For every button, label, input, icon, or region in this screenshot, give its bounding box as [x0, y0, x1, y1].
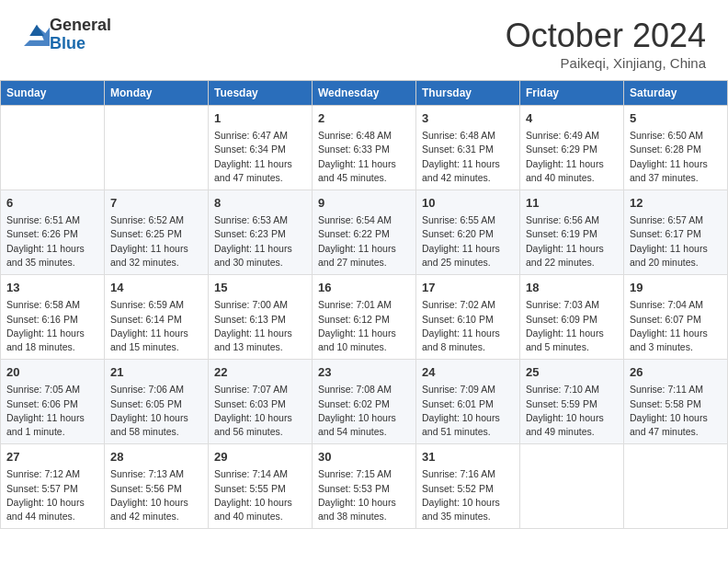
logo: General Blue: [22, 17, 111, 53]
calendar-cell: 12Sunrise: 6:57 AMSunset: 6:17 PMDayligh…: [624, 190, 728, 275]
calendar-cell: 14Sunrise: 6:59 AMSunset: 6:14 PMDayligh…: [105, 275, 209, 360]
calendar-cell: 30Sunrise: 7:15 AMSunset: 5:53 PMDayligh…: [313, 444, 416, 529]
day-info: Sunrise: 7:13 AMSunset: 5:56 PMDaylight:…: [110, 467, 202, 523]
day-number: 21: [110, 364, 202, 381]
calendar-week-5: 27Sunrise: 7:12 AMSunset: 5:57 PMDayligh…: [1, 444, 728, 529]
calendar-cell: 20Sunrise: 7:05 AMSunset: 6:06 PMDayligh…: [1, 360, 105, 444]
day-number: 13: [6, 280, 98, 296]
day-info: Sunrise: 7:12 AMSunset: 5:57 PMDaylight:…: [6, 467, 98, 523]
day-info: Sunrise: 7:16 AMSunset: 5:52 PMDaylight:…: [422, 467, 514, 523]
calendar-cell: 26Sunrise: 7:11 AMSunset: 5:58 PMDayligh…: [624, 360, 728, 444]
calendar-cell: 11Sunrise: 6:56 AMSunset: 6:19 PMDayligh…: [520, 190, 624, 275]
day-number: 22: [214, 364, 306, 381]
day-info: Sunrise: 7:03 AMSunset: 6:09 PMDaylight:…: [526, 298, 618, 354]
day-number: 8: [214, 195, 306, 212]
day-number: 2: [318, 110, 410, 127]
calendar-cell: [105, 106, 209, 190]
day-info: Sunrise: 7:00 AMSunset: 6:13 PMDaylight:…: [214, 298, 306, 354]
day-number: 31: [422, 449, 514, 465]
calendar-cell: 21Sunrise: 7:06 AMSunset: 6:05 PMDayligh…: [105, 360, 209, 444]
day-number: 10: [422, 195, 514, 212]
day-info: Sunrise: 7:02 AMSunset: 6:10 PMDaylight:…: [422, 298, 514, 354]
day-info: Sunrise: 7:14 AMSunset: 5:55 PMDaylight:…: [214, 467, 306, 523]
calendar-week-4: 20Sunrise: 7:05 AMSunset: 6:06 PMDayligh…: [1, 360, 728, 444]
calendar-cell: 10Sunrise: 6:55 AMSunset: 6:20 PMDayligh…: [416, 190, 520, 275]
day-info: Sunrise: 6:47 AMSunset: 6:34 PMDaylight:…: [214, 129, 306, 185]
calendar-week-3: 13Sunrise: 6:58 AMSunset: 6:16 PMDayligh…: [1, 275, 728, 360]
calendar-cell: 5Sunrise: 6:50 AMSunset: 6:28 PMDaylight…: [624, 106, 728, 190]
location: Paikeqi, Xinjiang, China: [506, 55, 706, 71]
calendar-cell: [1, 106, 105, 190]
logo-text: General Blue: [50, 17, 111, 53]
day-number: 6: [6, 195, 98, 212]
day-info: Sunrise: 6:53 AMSunset: 6:23 PMDaylight:…: [214, 213, 306, 270]
calendar-week-1: 1Sunrise: 6:47 AMSunset: 6:34 PMDaylight…: [1, 106, 728, 190]
calendar-week-2: 6Sunrise: 6:51 AMSunset: 6:26 PMDaylight…: [1, 190, 728, 275]
calendar-cell: 25Sunrise: 7:10 AMSunset: 5:59 PMDayligh…: [520, 360, 624, 444]
month-title: October 2024: [506, 17, 706, 55]
col-header-thursday: Thursday: [416, 81, 520, 106]
day-info: Sunrise: 6:48 AMSunset: 6:33 PMDaylight:…: [318, 129, 410, 185]
day-info: Sunrise: 6:49 AMSunset: 6:29 PMDaylight:…: [526, 129, 618, 185]
col-header-friday: Friday: [520, 81, 624, 106]
day-info: Sunrise: 6:55 AMSunset: 6:20 PMDaylight:…: [422, 213, 514, 270]
day-info: Sunrise: 7:05 AMSunset: 6:06 PMDaylight:…: [6, 383, 98, 439]
calendar-cell: 7Sunrise: 6:52 AMSunset: 6:25 PMDaylight…: [105, 190, 209, 275]
day-number: 29: [214, 449, 306, 465]
day-number: 19: [630, 280, 722, 296]
calendar-cell: 9Sunrise: 6:54 AMSunset: 6:22 PMDaylight…: [313, 190, 416, 275]
calendar-cell: [520, 444, 624, 529]
day-info: Sunrise: 6:50 AMSunset: 6:28 PMDaylight:…: [630, 129, 722, 185]
day-number: 15: [214, 280, 306, 296]
day-number: 9: [318, 195, 410, 212]
calendar-cell: 15Sunrise: 7:00 AMSunset: 6:13 PMDayligh…: [209, 275, 313, 360]
calendar-cell: 13Sunrise: 6:58 AMSunset: 6:16 PMDayligh…: [1, 275, 105, 360]
day-info: Sunrise: 7:01 AMSunset: 6:12 PMDaylight:…: [318, 298, 410, 354]
day-info: Sunrise: 6:54 AMSunset: 6:22 PMDaylight:…: [318, 213, 410, 270]
day-info: Sunrise: 6:59 AMSunset: 6:14 PMDaylight:…: [110, 298, 202, 354]
calendar-table: SundayMondayTuesdayWednesdayThursdayFrid…: [0, 80, 728, 529]
day-info: Sunrise: 7:15 AMSunset: 5:53 PMDaylight:…: [318, 467, 410, 523]
day-info: Sunrise: 6:51 AMSunset: 6:26 PMDaylight:…: [6, 213, 98, 270]
day-number: 20: [6, 364, 98, 381]
calendar-cell: 28Sunrise: 7:13 AMSunset: 5:56 PMDayligh…: [105, 444, 209, 529]
day-number: 5: [630, 110, 722, 127]
day-number: 18: [526, 280, 618, 296]
day-number: 30: [318, 449, 410, 465]
day-number: 12: [630, 195, 722, 212]
day-number: 14: [110, 280, 202, 296]
calendar-cell: 16Sunrise: 7:01 AMSunset: 6:12 PMDayligh…: [313, 275, 416, 360]
day-info: Sunrise: 6:58 AMSunset: 6:16 PMDaylight:…: [6, 298, 98, 354]
day-number: 17: [422, 280, 514, 296]
day-info: Sunrise: 6:56 AMSunset: 6:19 PMDaylight:…: [526, 213, 618, 270]
calendar-cell: 29Sunrise: 7:14 AMSunset: 5:55 PMDayligh…: [209, 444, 313, 529]
day-number: 11: [526, 195, 618, 212]
calendar-cell: 1Sunrise: 6:47 AMSunset: 6:34 PMDaylight…: [209, 106, 313, 190]
day-number: 3: [422, 110, 514, 127]
col-header-sunday: Sunday: [1, 81, 105, 106]
day-number: 4: [526, 110, 618, 127]
day-info: Sunrise: 7:09 AMSunset: 6:01 PMDaylight:…: [422, 383, 514, 439]
day-info: Sunrise: 7:06 AMSunset: 6:05 PMDaylight:…: [110, 383, 202, 439]
day-info: Sunrise: 6:48 AMSunset: 6:31 PMDaylight:…: [422, 129, 514, 185]
day-info: Sunrise: 7:08 AMSunset: 6:02 PMDaylight:…: [318, 383, 410, 439]
calendar-cell: 6Sunrise: 6:51 AMSunset: 6:26 PMDaylight…: [1, 190, 105, 275]
day-info: Sunrise: 6:57 AMSunset: 6:17 PMDaylight:…: [630, 213, 722, 270]
col-header-saturday: Saturday: [624, 81, 728, 106]
svg-marker-1: [29, 24, 44, 35]
calendar-cell: 17Sunrise: 7:02 AMSunset: 6:10 PMDayligh…: [416, 275, 520, 360]
day-info: Sunrise: 7:07 AMSunset: 6:03 PMDaylight:…: [214, 383, 306, 439]
calendar-cell: 2Sunrise: 6:48 AMSunset: 6:33 PMDaylight…: [313, 106, 416, 190]
calendar-cell: [624, 444, 728, 529]
calendar-cell: 8Sunrise: 6:53 AMSunset: 6:23 PMDaylight…: [209, 190, 313, 275]
day-number: 1: [214, 110, 306, 127]
day-number: 23: [318, 364, 410, 381]
page-header: General Blue October 2024 Paikeqi, Xinji…: [0, 0, 728, 80]
day-number: 26: [630, 364, 722, 381]
calendar-cell: 23Sunrise: 7:08 AMSunset: 6:02 PMDayligh…: [313, 360, 416, 444]
day-number: 27: [6, 449, 98, 465]
calendar-cell: 19Sunrise: 7:04 AMSunset: 6:07 PMDayligh…: [624, 275, 728, 360]
day-number: 7: [110, 195, 202, 212]
day-number: 28: [110, 449, 202, 465]
day-info: Sunrise: 7:10 AMSunset: 5:59 PMDaylight:…: [526, 383, 618, 439]
